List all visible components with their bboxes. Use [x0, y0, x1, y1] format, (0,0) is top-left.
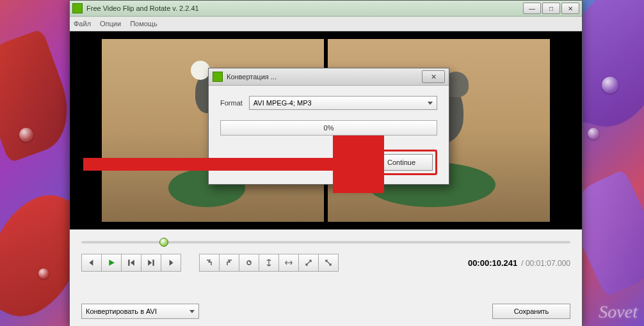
time-current: 00:00:10.241 — [468, 258, 517, 268]
decor-drop — [19, 128, 33, 142]
continue-highlight: Continue — [366, 150, 437, 175]
svg-rect-1 — [152, 260, 154, 266]
rotate-cw-button[interactable] — [199, 254, 220, 272]
window-title: Free Video Flip and Rotate v. 2.2.41 — [86, 4, 523, 12]
watermark: Sovet — [599, 302, 638, 322]
rotate-ccw-button[interactable] — [220, 254, 239, 272]
output-format-dropdown[interactable]: Конвертировать в AVI — [81, 304, 199, 319]
menu-file[interactable]: Файл — [74, 20, 91, 27]
format-dropdown[interactable]: AVI MPEG-4; MP3 — [249, 96, 437, 110]
format-label: Format — [220, 99, 243, 107]
timeline-track[interactable] — [81, 241, 570, 244]
prev-frame-button[interactable] — [81, 254, 102, 272]
close-button[interactable]: ✕ — [561, 3, 579, 14]
decor-drop — [588, 128, 599, 139]
timeline — [70, 229, 582, 250]
desktop: Free Video Flip and Rotate v. 2.2.41 — □… — [0, 0, 644, 326]
save-button[interactable]: Сохранить — [492, 304, 570, 319]
output-format-label: Конвертировать в AVI — [86, 307, 189, 315]
format-value: AVI MPEG-4; MP3 — [254, 99, 428, 107]
transform-controls — [199, 254, 339, 272]
flip-vertical-button[interactable] — [259, 254, 279, 272]
conversion-dialog: Конвертация ... ✕ Format AVI MPEG-4; MP3… — [208, 68, 449, 185]
menu-options[interactable]: Опции — [100, 20, 121, 27]
step-forward-button[interactable] — [141, 254, 161, 272]
app-icon — [72, 3, 83, 13]
menu-help[interactable]: Помощь — [130, 20, 157, 27]
decor-drop — [38, 268, 49, 279]
flip-horizontal-button[interactable] — [279, 254, 299, 272]
time-total: / 00:01:07.000 — [521, 259, 570, 268]
dialog-title: Конвертация ... — [227, 73, 422, 81]
titlebar[interactable]: Free Video Flip and Rotate v. 2.2.41 — □… — [70, 1, 582, 17]
time-display: 00:00:10.241 / 00:01:07.000 — [468, 258, 570, 268]
play-button[interactable] — [102, 254, 122, 272]
dialog-titlebar[interactable]: Конвертация ... ✕ — [209, 68, 449, 86]
flip-diag2-button[interactable] — [319, 254, 339, 272]
dialog-close-button[interactable]: ✕ — [422, 70, 445, 83]
app-icon — [213, 72, 223, 82]
progress-bar: 0% — [220, 120, 437, 136]
playback-controls — [81, 254, 181, 272]
menubar: Файл Опции Помощь — [70, 17, 582, 31]
format-row: Format AVI MPEG-4; MP3 — [220, 96, 437, 110]
chevron-down-icon — [189, 310, 195, 313]
chevron-down-icon — [428, 102, 433, 105]
decor-drop — [602, 77, 618, 93]
flip-diag1-button[interactable] — [299, 254, 319, 272]
step-back-button[interactable] — [122, 254, 141, 272]
svg-rect-0 — [128, 260, 129, 266]
bottom-bar: Конвертировать в AVI Сохранить — [70, 304, 582, 319]
progress-text: 0% — [324, 124, 334, 132]
next-frame-button[interactable] — [161, 254, 181, 272]
controls-row: 00:00:10.241 / 00:01:07.000 — [70, 250, 582, 276]
rotate-180-button[interactable] — [239, 254, 259, 272]
continue-button[interactable]: Continue — [370, 154, 433, 171]
timeline-thumb[interactable] — [159, 238, 168, 247]
maximize-button[interactable]: □ — [542, 3, 560, 14]
minimize-button[interactable]: — — [523, 3, 541, 14]
